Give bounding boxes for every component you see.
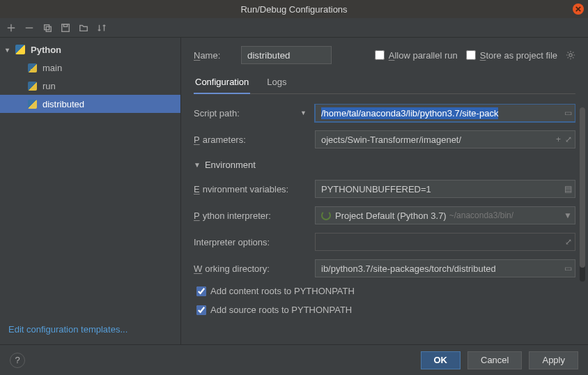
parameters-label: Parameters: xyxy=(194,135,308,145)
sort-button[interactable] xyxy=(96,22,107,33)
interpreter-opts-label: Interpreter options: xyxy=(194,237,308,247)
env-vars-label: Environment variables: xyxy=(194,184,308,194)
config-form: Script path: ▼ /home/tal/anaconda3/lib/p… xyxy=(194,104,575,315)
remove-config-button[interactable] xyxy=(24,22,35,33)
allow-parallel-input[interactable] xyxy=(375,50,385,60)
interpreter-opts-row: Interpreter options: ⤢ xyxy=(194,233,575,251)
add-content-roots-label: Add content roots to PYTHONPATH xyxy=(210,286,355,296)
save-config-button[interactable] xyxy=(60,22,71,33)
allow-parallel-label: Allow parallel run xyxy=(389,50,458,61)
tab-logs[interactable]: Logs xyxy=(265,72,288,93)
workdir-value: ib/python3.7/site-packages/torch/distrib… xyxy=(321,263,496,274)
main-panel: Name: Allow parallel run Store as projec… xyxy=(181,38,588,344)
folder-button[interactable] xyxy=(78,22,89,33)
store-project-checkbox[interactable]: Store as project file xyxy=(466,50,557,61)
tabs: Configuration Logs xyxy=(194,72,575,94)
tree-item-label: main xyxy=(42,63,62,73)
add-source-roots-input[interactable] xyxy=(196,305,206,315)
interpreter-label: Python interpreter: xyxy=(194,211,308,221)
chevron-down-icon: ▾ xyxy=(6,46,13,54)
python-icon xyxy=(28,100,37,109)
name-label: Name: xyxy=(194,50,233,61)
tree-node-distributed[interactable]: distributed xyxy=(0,95,180,113)
close-icon xyxy=(575,6,581,12)
script-path-row: Script path: ▼ /home/tal/anaconda3/lib/p… xyxy=(194,104,575,122)
script-path-value: /home/tal/anaconda3/lib/python3.7/site-p… xyxy=(321,107,498,119)
tree-node-run[interactable]: run xyxy=(0,77,180,95)
name-row: Name: Allow parallel run Store as projec… xyxy=(194,46,575,64)
allow-parallel-checkbox[interactable]: Allow parallel run xyxy=(375,50,458,61)
env-vars-value: PYTHONUNBUFFERED=1 xyxy=(321,184,431,194)
svg-point-4 xyxy=(569,54,572,56)
folder-icon xyxy=(79,23,88,33)
edit-templates-link[interactable]: Edit configuration templates... xyxy=(8,324,127,335)
folder-icon[interactable]: ▭ xyxy=(564,263,572,273)
chevron-down-icon[interactable]: ▼ xyxy=(564,211,572,220)
sidebar: ▾ Python main run distributed Edit confi… xyxy=(0,38,181,344)
environment-section-header[interactable]: ▼ Environment xyxy=(194,157,575,171)
add-source-roots-label: Add source roots to PYTHONPATH xyxy=(210,305,352,315)
tree-node-python[interactable]: ▾ Python xyxy=(0,40,180,59)
parameters-row: Parameters: ojects/Swin-Transformer/imag… xyxy=(194,130,575,148)
svg-rect-2 xyxy=(62,24,70,31)
add-content-roots-input[interactable] xyxy=(196,286,206,296)
chevron-down-icon[interactable]: ▼ xyxy=(300,109,307,116)
scrollbar-thumb[interactable] xyxy=(580,107,585,268)
minus-icon xyxy=(24,23,34,33)
env-vars-field[interactable]: PYTHONUNBUFFERED=1 ▤ xyxy=(315,180,575,198)
svg-rect-3 xyxy=(63,24,67,26)
python-icon xyxy=(28,63,37,72)
workdir-row: Working directory: ib/python3.7/site-pac… xyxy=(194,259,575,277)
env-vars-row: Environment variables: PYTHONUNBUFFERED=… xyxy=(194,180,575,198)
store-project-label: Store as project file xyxy=(480,50,557,61)
tab-configuration[interactable]: Configuration xyxy=(194,72,250,94)
list-icon[interactable]: ▤ xyxy=(564,184,572,194)
chevron-down-icon: ▼ xyxy=(194,161,201,169)
titlebar: Run/Debug Configurations xyxy=(0,0,588,18)
workdir-label: Working directory: xyxy=(194,263,308,274)
bottombar: ? OK Cancel Apply xyxy=(0,344,588,375)
add-config-button[interactable] xyxy=(6,22,17,33)
add-content-roots-checkbox[interactable]: Add content roots to PYTHONPATH xyxy=(194,286,575,296)
save-icon xyxy=(61,23,70,33)
cancel-button[interactable]: Cancel xyxy=(467,351,522,369)
interpreter-value: Project Default (Python 3.7) xyxy=(335,211,447,221)
script-path-label: Script path: ▼ xyxy=(194,108,308,118)
python-icon xyxy=(28,82,37,91)
copy-icon xyxy=(42,23,52,33)
interpreter-dropdown[interactable]: Project Default (Python 3.7) ~/anaconda3… xyxy=(315,206,575,224)
tree-item-label: distributed xyxy=(42,99,84,109)
workdir-field[interactable]: ib/python3.7/site-packages/torch/distrib… xyxy=(315,259,575,277)
parameters-field[interactable]: ojects/Swin-Transformer/imagenet/ +⤢ xyxy=(315,130,575,148)
parameters-value: ojects/Swin-Transformer/imagenet/ xyxy=(321,135,461,145)
expand-icon[interactable]: ⤢ xyxy=(565,237,572,247)
gear-icon[interactable] xyxy=(566,50,575,60)
environment-section-title: Environment xyxy=(205,160,256,170)
vertical-scrollbar[interactable] xyxy=(580,107,585,282)
store-project-input[interactable] xyxy=(466,50,476,60)
sidebar-footer: Edit configuration templates... xyxy=(0,317,180,344)
folder-icon[interactable]: ▭ xyxy=(564,108,572,118)
tree-node-main[interactable]: main xyxy=(0,59,180,77)
apply-button[interactable]: Apply xyxy=(529,351,578,369)
name-input[interactable] xyxy=(241,46,332,64)
plus-icon xyxy=(6,23,16,33)
ok-button[interactable]: OK xyxy=(421,351,461,369)
interpreter-opts-field[interactable]: ⤢ xyxy=(315,233,575,251)
config-tree: ▾ Python main run distributed xyxy=(0,38,180,317)
interpreter-hint: ~/anaconda3/bin/ xyxy=(449,211,513,220)
body: ▾ Python main run distributed Edit confi… xyxy=(0,38,588,344)
help-button[interactable]: ? xyxy=(10,353,25,368)
interpreter-row: Python interpreter: Project Default (Pyt… xyxy=(194,206,575,224)
copy-config-button[interactable] xyxy=(42,22,53,33)
tree-root-label: Python xyxy=(31,45,61,55)
add-source-roots-checkbox[interactable]: Add source roots to PYTHONPATH xyxy=(194,305,575,315)
script-path-field[interactable]: /home/tal/anaconda3/lib/python3.7/site-p… xyxy=(315,104,575,122)
window-title: Run/Debug Configurations xyxy=(240,4,347,15)
sort-icon xyxy=(97,23,107,33)
python-icon xyxy=(15,45,25,54)
window-close-button[interactable] xyxy=(573,3,584,15)
svg-rect-0 xyxy=(45,24,49,29)
expand-icon[interactable]: ⤢ xyxy=(565,135,572,144)
plus-icon[interactable]: + xyxy=(556,135,561,144)
